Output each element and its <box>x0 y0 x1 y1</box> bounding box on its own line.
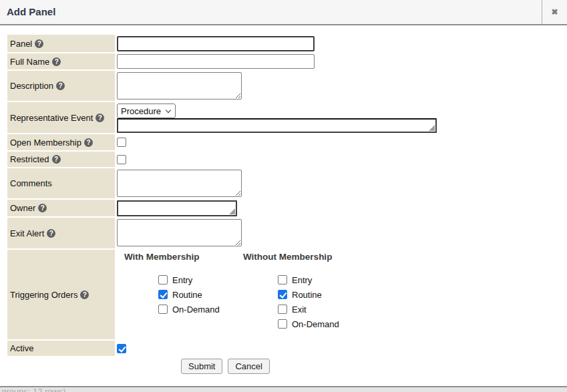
field-label-triggering-orders: Triggering Orders ? <box>7 250 115 339</box>
field-label-comments: Comments <box>7 168 115 198</box>
representative-event-input-wrap <box>117 118 437 133</box>
cancel-button[interactable]: Cancel <box>228 359 269 374</box>
help-icon[interactable]: ? <box>84 138 93 147</box>
label-text: Representative Event <box>10 113 93 123</box>
field-label-restricted: Restricted ? <box>7 152 115 167</box>
help-icon[interactable]: ? <box>35 39 43 48</box>
checkbox-label: Routine <box>172 290 202 300</box>
field-label-exit-alert: Exit Alert ? <box>7 218 115 248</box>
form-row-owner: Owner ? <box>7 200 567 216</box>
option-with-on-demand: On-Demand <box>158 302 243 317</box>
owner-input[interactable] <box>117 200 237 216</box>
resize-grip-icon[interactable] <box>229 208 235 214</box>
field-label-full-name: Full Name ? <box>7 53 115 69</box>
field-label-representative-event: Representative Event ? <box>7 102 115 133</box>
owner-input-wrap <box>117 200 237 216</box>
checkbox-label: On-Demand <box>172 305 220 315</box>
submit-button[interactable]: Submit <box>181 359 222 374</box>
add-panel-form: Panel ? Full Name ? Description ? <box>7 35 567 374</box>
form-row-active: Active <box>7 341 567 356</box>
without-membership-group: Without Membership Entry Routine <box>243 252 357 331</box>
help-icon[interactable]: ? <box>56 81 65 90</box>
option-without-on-demand: On-Demand <box>278 317 357 331</box>
with-on-demand-checkbox[interactable] <box>158 305 168 314</box>
comments-textarea[interactable] <box>117 170 242 197</box>
form-row-panel: Panel ? <box>7 35 567 52</box>
panel-input[interactable] <box>117 36 315 51</box>
with-routine-checkbox[interactable] <box>158 290 168 299</box>
label-text: Panel <box>10 39 32 49</box>
with-membership-group: With Membership Entry Routine <box>124 252 243 331</box>
option-with-routine: Routine <box>158 287 243 302</box>
field-label-open-membership: Open Membership ? <box>7 134 115 150</box>
form-row-exit-alert: Exit Alert ? <box>7 218 567 248</box>
form-row-description: Description ? <box>7 71 567 101</box>
resize-grip-icon[interactable] <box>429 125 435 131</box>
checkbox-label: Entry <box>292 275 312 285</box>
active-checkbox[interactable] <box>117 344 126 353</box>
without-routine-checkbox[interactable] <box>278 290 287 299</box>
dialog-header: Add Panel ✖ <box>0 0 567 25</box>
form-row-restricted: Restricted ? <box>7 152 567 167</box>
field-label-owner: Owner ? <box>7 200 115 216</box>
help-icon[interactable]: ? <box>52 57 61 66</box>
label-text: Comments <box>10 178 52 188</box>
close-button[interactable]: ✖ <box>542 0 567 24</box>
label-text: Triggering Orders <box>10 290 77 300</box>
form-row-open-membership: Open Membership ? <box>7 134 567 150</box>
form-row-full-name: Full Name ? <box>7 53 567 69</box>
help-icon[interactable]: ? <box>52 155 61 164</box>
checkbox-label: Routine <box>292 290 322 300</box>
representative-event-input[interactable] <box>117 118 437 133</box>
form-row-representative-event: Representative Event ? Procedure <box>7 102 567 133</box>
restricted-checkbox[interactable] <box>117 155 126 164</box>
without-exit-checkbox[interactable] <box>278 305 287 314</box>
select-value: Procedure <box>121 106 161 116</box>
option-with-entry: Entry <box>158 272 243 287</box>
help-icon[interactable]: ? <box>80 290 89 299</box>
help-icon[interactable]: ? <box>38 204 47 212</box>
label-text: Full Name <box>10 57 49 67</box>
triggering-orders-groups: With Membership Entry Routine <box>117 251 357 331</box>
without-on-demand-checkbox[interactable] <box>278 319 287 329</box>
field-label-description: Description ? <box>7 71 115 101</box>
option-without-entry: Entry <box>278 272 357 287</box>
close-icon: ✖ <box>551 7 558 17</box>
label-text: Exit Alert <box>10 228 44 238</box>
dialog-title: Add Panel <box>0 0 55 24</box>
full-name-input[interactable] <box>117 54 315 69</box>
field-label-panel: Panel ? <box>7 35 115 52</box>
label-text: Description <box>10 81 53 91</box>
form-actions: Submit Cancel <box>181 359 567 374</box>
help-icon[interactable]: ? <box>47 229 55 238</box>
open-membership-checkbox[interactable] <box>117 138 126 147</box>
checkbox-label: Entry <box>172 275 192 285</box>
label-text: Active <box>10 343 33 353</box>
exit-alert-textarea[interactable] <box>117 219 242 246</box>
add-panel-dialog: Add Panel ✖ Panel ? Full Name ? <box>0 0 567 392</box>
option-without-routine: Routine <box>278 287 357 302</box>
group-header: With Membership <box>124 252 243 262</box>
label-text: Open Membership <box>10 138 81 148</box>
help-icon[interactable]: ? <box>96 114 104 122</box>
field-label-active: Active <box>7 341 115 356</box>
label-text: Restricted <box>10 154 49 164</box>
background-page-edge: groups: 12 rows) <box>0 386 567 392</box>
background-page-partial-text: groups: 12 rows) <box>0 387 567 392</box>
checkbox-label: Exit <box>292 305 307 315</box>
group-header: Without Membership <box>243 252 357 262</box>
description-textarea[interactable] <box>117 72 242 100</box>
representative-event-type-select[interactable]: Procedure <box>117 104 176 118</box>
form-row-comments: Comments <box>7 168 567 198</box>
with-entry-checkbox[interactable] <box>158 275 168 284</box>
chevron-down-icon <box>166 107 171 112</box>
form-row-triggering-orders: Triggering Orders ? With Membership Entr… <box>7 250 567 339</box>
option-without-exit: Exit <box>278 302 357 317</box>
checkbox-label: On-Demand <box>292 319 339 329</box>
label-text: Owner <box>10 203 35 213</box>
without-entry-checkbox[interactable] <box>278 275 287 284</box>
